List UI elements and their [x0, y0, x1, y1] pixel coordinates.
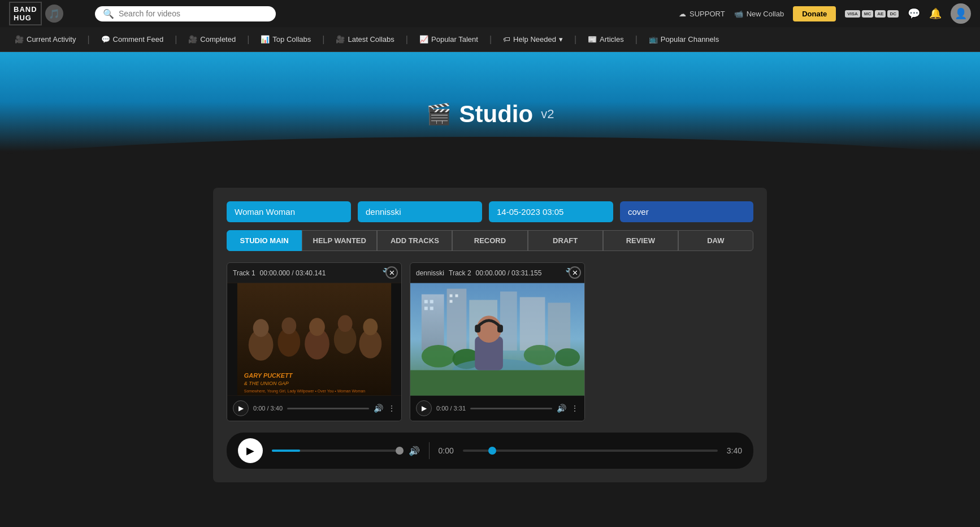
- global-total-thumb: [488, 447, 496, 455]
- track-2-more-button[interactable]: ⋮: [571, 404, 579, 413]
- track-1-close-button[interactable]: ✕: [385, 266, 398, 279]
- donate-button[interactable]: Donate: [793, 6, 836, 21]
- global-current-time: 0:00: [439, 446, 454, 455]
- search-bar[interactable]: 🔍: [95, 6, 276, 21]
- chart-nav-icon: 📊: [261, 35, 270, 44]
- hero-version: v2: [541, 107, 554, 122]
- bottom-player-bar: ▶ 🔊 0:00 3:40: [227, 433, 753, 469]
- track-1-play-button[interactable]: ▶: [233, 400, 249, 416]
- nav-sep-4: |: [322, 34, 324, 45]
- nav-popular-talent[interactable]: 📈 Popular Talent: [411, 32, 486, 47]
- nav-completed[interactable]: 🎥 Completed: [180, 32, 244, 47]
- video-icon: 📹: [734, 10, 743, 18]
- track-1-time: 00:00.000 / 03:40.141: [260, 269, 326, 277]
- global-volume-icon[interactable]: 🔊: [409, 446, 420, 456]
- logo[interactable]: BANDHUG 🎵: [9, 2, 88, 25]
- global-total-progress[interactable]: [463, 450, 718, 452]
- nav-popular-channels[interactable]: 📺 Popular Channels: [641, 32, 727, 47]
- svg-rect-36: [410, 370, 584, 396]
- track-1-more-button[interactable]: ⋮: [388, 404, 396, 413]
- tabs-row: STUDIO MAIN HELP WANTED ADD TRACKS RECOR…: [227, 230, 753, 251]
- navbar: 🎥 Current Activity | 💬 Comment Feed | 🎥 …: [0, 27, 980, 52]
- nav-comment-feed-label: Comment Feed: [113, 35, 164, 44]
- channels-nav-icon: 📺: [649, 35, 658, 44]
- svg-rect-39: [475, 325, 480, 332]
- comment-nav-icon: 💬: [101, 35, 110, 44]
- nav-articles[interactable]: 📰 Articles: [580, 32, 632, 47]
- svg-point-11: [363, 318, 378, 335]
- ae-icon: AE: [875, 10, 886, 18]
- tab-draft[interactable]: DRAFT: [528, 230, 603, 251]
- global-play-button[interactable]: ▶: [238, 438, 263, 463]
- tab-add-tracks[interactable]: ADD TRACKS: [377, 230, 452, 251]
- user-name-input[interactable]: [358, 201, 482, 222]
- nav-current-activity[interactable]: 🎥 Current Activity: [7, 32, 84, 47]
- svg-point-3: [253, 319, 269, 337]
- nav-latest-collabs[interactable]: 🎥 Latest Collabs: [328, 32, 402, 47]
- track-1-progress[interactable]: [287, 408, 369, 409]
- nav-current-activity-label: Current Activity: [27, 35, 76, 44]
- nav-comment-feed[interactable]: 💬 Comment Feed: [93, 32, 172, 47]
- avatar[interactable]: 👤: [951, 3, 971, 24]
- nav-top-collabs[interactable]: 📊 Top Collabs: [253, 32, 319, 47]
- completed-nav-icon: 🎥: [188, 35, 197, 44]
- track-2-label: Track 2: [449, 269, 471, 277]
- video-nav-icon: 🎥: [15, 35, 24, 44]
- svg-rect-16: [391, 283, 401, 396]
- main-content: STUDIO MAIN HELP WANTED ADD TRACKS RECOR…: [0, 176, 980, 499]
- track-2-play-button[interactable]: ▶: [416, 400, 432, 416]
- tab-review[interactable]: REVIEW: [603, 230, 678, 251]
- svg-rect-28: [450, 295, 453, 297]
- studio-icon: 🎬: [426, 102, 452, 126]
- svg-rect-30: [450, 300, 453, 303]
- fields-row: [227, 201, 753, 222]
- nav-articles-label: Articles: [600, 35, 624, 44]
- tab-record[interactable]: RECORD: [452, 230, 527, 251]
- svg-rect-40: [497, 325, 503, 332]
- global-waveform-progress[interactable]: [272, 450, 400, 452]
- dropdown-icon: ▾: [559, 35, 563, 44]
- tag-input[interactable]: [620, 201, 753, 222]
- tab-daw[interactable]: DAW: [678, 230, 753, 251]
- player-separator: [429, 442, 430, 459]
- date-input[interactable]: [489, 201, 613, 222]
- new-collab-button[interactable]: 📹 New Collab: [734, 10, 784, 18]
- articles-nav-icon: 📰: [588, 35, 597, 44]
- support-button[interactable]: ☁ SUPPORT: [679, 10, 725, 18]
- chat-icon[interactable]: 💬: [908, 7, 920, 20]
- track-2-progress[interactable]: [470, 408, 552, 409]
- support-icon: ☁: [679, 10, 686, 18]
- track-2-header-left: dennisski Track 2 00:00.000 / 03:31.155: [416, 269, 541, 277]
- svg-text:Somewhere, Young Girl, Lady Wi: Somewhere, Young Girl, Lady Willpower • …: [244, 389, 366, 394]
- track-1-audio-time: 0:00 / 3:40: [253, 405, 283, 412]
- svg-point-34: [555, 348, 580, 366]
- bell-icon[interactable]: 🔔: [929, 7, 942, 20]
- track-1-thumbnail: GARY PUCKETT & THE UNION GAP Somewhere, …: [227, 283, 401, 396]
- tab-help-wanted[interactable]: HELP WANTED: [302, 230, 377, 251]
- track-2-audio: ▶ 0:00 / 3:31 🔊 ⋮: [410, 396, 584, 421]
- track-2-close-button[interactable]: ✕: [569, 266, 581, 279]
- header-right: ☁ SUPPORT 📹 New Collab Donate VISA MC AE…: [679, 3, 971, 24]
- svg-point-7: [309, 318, 325, 336]
- search-icon: 🔍: [103, 8, 114, 19]
- nav-sep-7: |: [574, 34, 576, 45]
- svg-rect-24: [424, 300, 428, 303]
- track-2-volume-icon[interactable]: 🔊: [557, 404, 566, 413]
- nav-help-needed-label: Help Needed: [513, 35, 556, 44]
- song-name-input[interactable]: [227, 201, 351, 222]
- tab-studio-main[interactable]: STUDIO MAIN: [227, 230, 302, 251]
- svg-point-9: [338, 315, 353, 332]
- track-card-1: ✕ Track 1 00:00.000 / 03:40.141 🔧: [227, 262, 402, 421]
- track-1-label: Track 1: [233, 269, 255, 277]
- nav-popular-talent-label: Popular Talent: [431, 35, 478, 44]
- search-input[interactable]: [119, 9, 268, 18]
- global-progress-thumb: [396, 447, 404, 455]
- nav-help-needed[interactable]: 🏷 Help Needed ▾: [495, 32, 571, 47]
- svg-rect-26: [424, 306, 428, 310]
- global-progress-fill: [272, 450, 300, 452]
- hero-title: 🎬 Studio v2: [426, 101, 554, 128]
- svg-rect-27: [430, 306, 433, 310]
- help-nav-icon: 🏷: [503, 35, 510, 44]
- track-1-volume-icon[interactable]: 🔊: [374, 404, 383, 413]
- nav-top-collabs-label: Top Collabs: [272, 35, 311, 44]
